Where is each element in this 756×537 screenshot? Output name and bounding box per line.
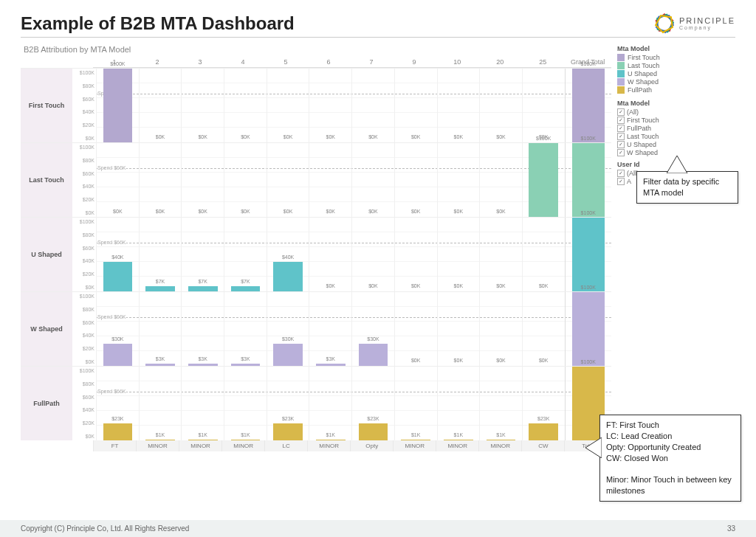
chart-cell: $0K: [351, 218, 394, 291]
bar: $0K: [316, 142, 346, 142]
bar: $0K: [529, 291, 558, 291]
bar-label: $0K: [454, 209, 463, 214]
title-row: Example of B2B MTA Dashboard PRINCIPLE C…: [21, 13, 735, 38]
chart-cell: $23K: [522, 367, 565, 440]
row-label: U Shaped: [31, 251, 62, 258]
chart-cell: $0K: [479, 143, 522, 217]
chart-cell: $0K: [394, 69, 437, 142]
chart-cell: $0K: [394, 143, 437, 217]
check-icon: ✓: [617, 108, 625, 116]
check-icon: ✓: [617, 149, 625, 156]
bar: $0K: [529, 142, 558, 142]
chart-cell: $1K: [437, 367, 480, 440]
x-axis-label: MINOR: [179, 440, 221, 451]
brand-sub: Company: [679, 25, 735, 30]
chart-row: First Touch$100K$80K$60K$40K$20K$0KSpend…: [21, 68, 611, 142]
bar-label: $0K: [241, 209, 250, 214]
bar-label: $0K: [411, 209, 420, 214]
legend-swatch: [617, 62, 625, 69]
chart-cell: $0K: [394, 218, 437, 291]
chart-cell: $1K: [394, 367, 437, 440]
legend-item: W Shaped: [617, 78, 735, 86]
chart-cell: $0K: [479, 218, 522, 291]
bar: $30K: [359, 344, 388, 366]
chart-title: B2B Attribution by MTA Model: [24, 45, 611, 54]
bar-label: $100K: [581, 210, 596, 215]
chart-cell: $0K: [479, 292, 522, 366]
column-headers: 12345679102025Grand Total: [93, 57, 611, 68]
bar: $100K: [572, 292, 605, 366]
bar-label: $40K: [282, 254, 294, 260]
bar-label: $7K: [156, 279, 165, 284]
bar-label: $0K: [368, 283, 377, 288]
chart-cell: $0K: [139, 143, 182, 217]
legend-swatch: [617, 86, 625, 94]
bar: $7K: [145, 286, 175, 291]
bar-label: $30K: [111, 336, 123, 342]
filter-checkbox-model[interactable]: ✓U Shaped: [617, 141, 735, 148]
filter-checkbox-model[interactable]: ✓Last Touch: [617, 133, 735, 140]
bar-label: $23K: [537, 416, 549, 421]
legend-item: First Touch: [617, 54, 735, 61]
bar-label: $100K: [581, 359, 596, 364]
chart-cell: $0K: [479, 69, 522, 142]
chart-cell: $0K: [394, 292, 437, 366]
bar-label: $0K: [368, 134, 377, 139]
legend-swatch: [617, 54, 625, 61]
bar: $0K: [444, 291, 473, 291]
x-axis-label: MINOR: [307, 440, 350, 451]
bar: $3K: [145, 364, 175, 366]
bar: $40K: [273, 262, 303, 291]
bar-label: $0K: [368, 209, 377, 214]
bar: $7K: [231, 286, 261, 291]
column-header: 9: [393, 57, 436, 68]
chart-cell: $30K: [267, 292, 309, 366]
bar: $1K: [316, 440, 346, 440]
filter-checkbox-model[interactable]: ✓(All): [617, 108, 735, 116]
bar: $100K: [572, 218, 605, 291]
bar: $0K: [145, 216, 175, 217]
bar: $100K: [103, 69, 133, 142]
row-label: Last Touch: [29, 176, 63, 184]
column-header: 25: [521, 57, 564, 68]
bar: $0K: [444, 142, 473, 142]
bar: $0K: [487, 142, 516, 142]
chart-cell: $0K: [224, 69, 267, 142]
filter-checkbox-model[interactable]: ✓FullPath: [617, 125, 735, 132]
filter-checkbox-model[interactable]: ✓First Touch: [617, 117, 735, 124]
bar-label: $0K: [496, 209, 505, 214]
bar: $100K: [572, 143, 605, 217]
bar: $23K: [103, 423, 133, 440]
sidebar: Mta Model First TouchLast TouchU ShapedW…: [617, 45, 735, 451]
chart-row: U Shaped$100K$80K$60K$40K$20K$0KSpend $6…: [21, 217, 611, 291]
callout-tail-icon: [585, 437, 602, 458]
check-icon: ✓: [617, 117, 625, 124]
bar-label: $0K: [284, 134, 292, 139]
bar: $0K: [231, 142, 261, 142]
chart-cell: $7K: [139, 218, 182, 291]
bar-label: $0K: [411, 358, 420, 363]
chart-cell: $100K: [565, 218, 611, 291]
chart-cell: $0K: [181, 69, 224, 142]
bar: $1K: [231, 440, 261, 440]
bar-label: $23K: [111, 416, 123, 421]
bar: $1K: [487, 440, 516, 440]
chart-cell: $0K: [522, 218, 565, 291]
bar: $0K: [401, 216, 430, 217]
bar: $23K: [273, 423, 303, 440]
footer-copyright: Copyright (C) Principle Co, Ltd. All Rig…: [21, 524, 189, 533]
bar-label: $100K: [581, 285, 596, 290]
y-axis: $100K$80K$60K$40K$20K$0K: [72, 143, 96, 217]
chart-cell: $0K: [351, 69, 394, 142]
bar: $0K: [103, 216, 133, 217]
svg-marker-4: [667, 156, 687, 173]
bar: $100K: [529, 143, 558, 217]
bar-label: $1K: [156, 432, 165, 437]
chart-area: B2B Attribution by MTA Model 12345679102…: [21, 45, 611, 451]
bar-label: $1K: [241, 432, 250, 437]
bar-label: $1K: [198, 432, 207, 437]
chart-cell: $0K: [181, 143, 224, 217]
row-label: FullPath: [33, 400, 60, 407]
footer: Copyright (C) Principle Co, Ltd. All Rig…: [0, 520, 756, 537]
y-axis: $100K$80K$60K$40K$20K$0K: [72, 218, 96, 291]
